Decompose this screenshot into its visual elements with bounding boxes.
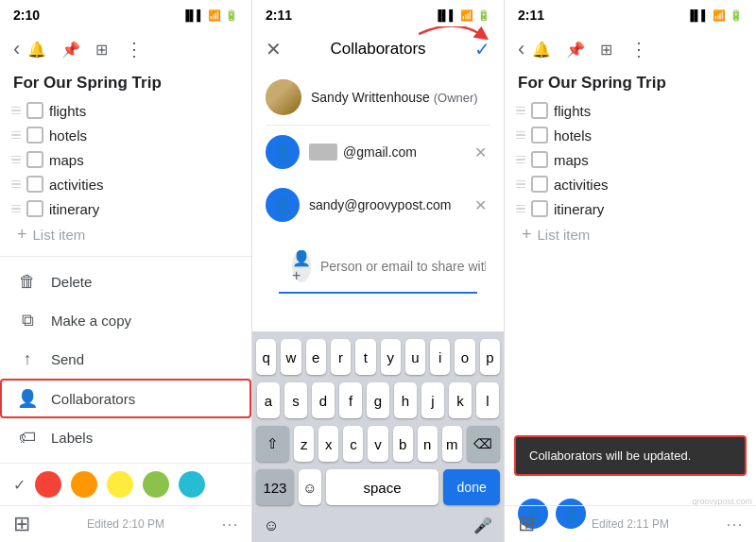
- send-menu-item[interactable]: ↑ Send: [0, 340, 251, 379]
- key-h[interactable]: h: [394, 382, 417, 418]
- middle-status-bar: 2:11 ▐▌▌ 📶 🔋: [252, 0, 504, 28]
- right-add-list-item[interactable]: + List item: [510, 221, 750, 248]
- emoji-icon[interactable]: ☺: [264, 517, 279, 534]
- key-g[interactable]: g: [367, 382, 389, 418]
- checkbox-itinerary[interactable]: [26, 200, 43, 217]
- drag-handle: [516, 205, 525, 213]
- right-back-button[interactable]: ‹: [514, 33, 528, 65]
- key-i[interactable]: i: [430, 339, 450, 375]
- copy-icon: ⧉: [17, 311, 38, 330]
- key-k[interactable]: k: [449, 382, 472, 418]
- keyboard-row-1: q w e r t y u i o p: [256, 339, 500, 375]
- key-b[interactable]: b: [393, 426, 413, 462]
- right-top-nav: ‹ 🔔 📌 ⊞ ⋮: [505, 28, 756, 70]
- key-space[interactable]: space: [326, 469, 439, 505]
- key-z[interactable]: z: [294, 426, 314, 462]
- add-person-input[interactable]: [320, 259, 486, 274]
- add-list-item[interactable]: + List item: [6, 221, 246, 248]
- footer-dots-icon[interactable]: ⋯: [221, 514, 238, 534]
- user1-email-text: @gmail.com: [343, 144, 417, 160]
- right-item-maps: maps: [554, 152, 589, 168]
- key-w[interactable]: w: [281, 339, 301, 375]
- right-checkbox-flights[interactable]: [531, 102, 548, 119]
- add-item-label: List item: [33, 227, 86, 243]
- key-o[interactable]: o: [455, 339, 474, 375]
- key-l[interactable]: l: [476, 382, 499, 418]
- labels-menu-item[interactable]: 🏷 Labels: [0, 418, 251, 457]
- right-checkbox-maps[interactable]: [531, 151, 548, 168]
- bell-icon[interactable]: 🔔: [24, 37, 50, 62]
- color-yellow[interactable]: [107, 471, 133, 498]
- signal-icon: ▐▌▌: [435, 9, 456, 21]
- right-item-hotels: hotels: [554, 127, 592, 144]
- color-orange[interactable]: [71, 471, 97, 498]
- right-footer-add-icon[interactable]: ⊞: [518, 512, 535, 536]
- key-u[interactable]: u: [405, 339, 425, 375]
- collaborators-menu-item[interactable]: 👤 Collaborators: [0, 379, 251, 418]
- key-f[interactable]: f: [339, 382, 362, 418]
- right-item-flights: flights: [554, 103, 591, 119]
- right-footer-dots-icon[interactable]: ⋯: [726, 514, 743, 534]
- key-r[interactable]: r: [331, 339, 351, 375]
- list-item: itinerary: [6, 196, 246, 221]
- color-red[interactable]: [35, 471, 61, 498]
- key-d[interactable]: d: [312, 382, 335, 418]
- right-pin-icon[interactable]: 📌: [562, 37, 589, 62]
- key-c[interactable]: c: [343, 426, 363, 462]
- color-green[interactable]: [143, 471, 169, 498]
- battery-icon: 🔋: [730, 9, 743, 22]
- middle-status-icons: ▐▌▌ 📶 🔋: [435, 9, 490, 22]
- key-e[interactable]: e: [306, 339, 326, 375]
- key-t[interactable]: t: [355, 339, 375, 375]
- right-checkbox-hotels[interactable]: [531, 127, 548, 144]
- key-m[interactable]: m: [442, 426, 462, 462]
- key-q[interactable]: q: [256, 339, 276, 375]
- label-icon: 🏷: [17, 428, 38, 448]
- color-teal[interactable]: [179, 471, 205, 498]
- key-emoji[interactable]: ☺: [299, 469, 321, 505]
- add-person-icon: 👤+: [292, 250, 311, 282]
- owner-name: Sandy Writtenhouse (Owner): [311, 90, 478, 105]
- right-status-icons: ▐▌▌ 📶 🔋: [687, 9, 743, 22]
- more-options-button[interactable]: ⋮: [119, 36, 149, 62]
- key-v[interactable]: v: [368, 426, 387, 462]
- close-button[interactable]: ✕: [262, 34, 285, 64]
- drag-handle: [11, 107, 21, 115]
- collab-confirm-button[interactable]: ✓: [471, 34, 494, 64]
- checkbox-activities[interactable]: [26, 176, 43, 193]
- delete-menu-item[interactable]: 🗑 Delete: [0, 263, 251, 301]
- checkbox-hotels[interactable]: [26, 127, 43, 144]
- key-123[interactable]: 123: [256, 469, 294, 505]
- left-panel: 2:10 ▐▌▌ 📶 🔋 ‹ 🔔 📌 ⊞ ⋮ For Our Spring Tr…: [0, 0, 252, 542]
- back-button[interactable]: ‹: [9, 33, 24, 65]
- key-p[interactable]: p: [480, 339, 500, 375]
- labels-label: Labels: [51, 430, 93, 446]
- key-shift[interactable]: ⇧: [256, 426, 289, 462]
- virtual-keyboard: q w e r t y u i o p a s d f g h j k l: [252, 331, 504, 542]
- checkbox-maps[interactable]: [26, 151, 43, 168]
- right-bell-icon[interactable]: 🔔: [528, 37, 555, 62]
- key-done[interactable]: done: [443, 469, 500, 505]
- add-box-icon[interactable]: ⊞: [92, 37, 112, 62]
- copy-menu-item[interactable]: ⧉ Make a copy: [0, 301, 251, 340]
- right-checkbox-itinerary[interactable]: [531, 200, 548, 217]
- key-j[interactable]: j: [421, 382, 444, 418]
- pin-icon[interactable]: 📌: [58, 37, 84, 62]
- key-a[interactable]: a: [257, 382, 280, 418]
- key-backspace[interactable]: ⌫: [467, 426, 500, 462]
- remove-user2-button[interactable]: ✕: [471, 193, 490, 218]
- key-y[interactable]: y: [381, 339, 401, 375]
- collaborators-label: Collaborators: [51, 391, 135, 407]
- key-n[interactable]: n: [418, 426, 438, 462]
- footer-add-icon[interactable]: ⊞: [13, 512, 30, 536]
- right-checkbox-activities[interactable]: [531, 176, 548, 193]
- key-x[interactable]: x: [318, 426, 338, 462]
- right-more-options-button[interactable]: ⋮: [624, 36, 654, 62]
- right-status-bar: 2:11 ▐▌▌ 📶 🔋: [505, 0, 756, 28]
- key-s[interactable]: s: [284, 382, 307, 418]
- microphone-icon[interactable]: 🎤: [473, 517, 492, 534]
- remove-user1-button[interactable]: ✕: [471, 140, 490, 165]
- battery-icon: 🔋: [225, 9, 238, 22]
- right-add-box-icon[interactable]: ⊞: [596, 37, 616, 62]
- checkbox-flights[interactable]: [26, 102, 43, 119]
